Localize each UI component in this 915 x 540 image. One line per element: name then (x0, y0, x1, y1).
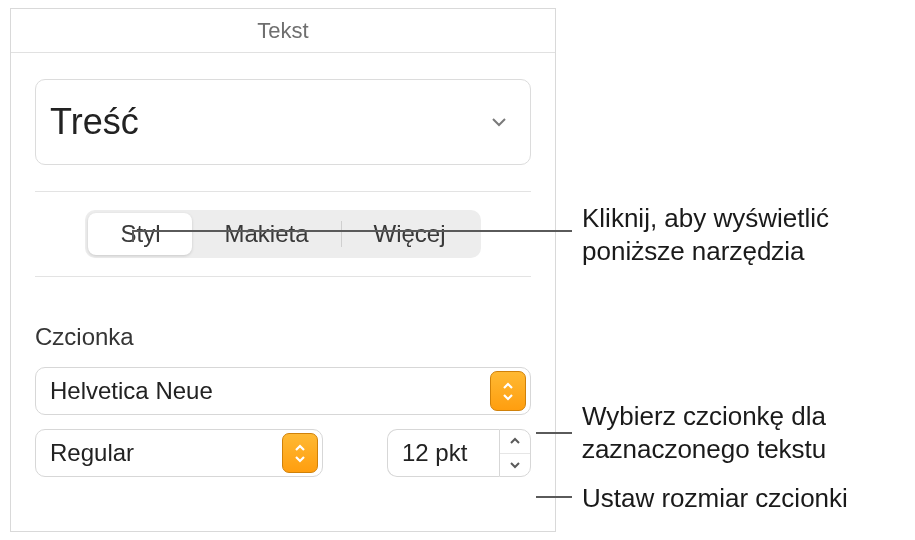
text-tabs-segmented: Styl Makieta Więcej (85, 210, 480, 258)
callout-line (132, 230, 572, 232)
callout-font-size: Ustaw rozmiar czcionki (582, 482, 912, 515)
font-size-stepper-up[interactable] (500, 430, 530, 453)
divider (35, 191, 531, 192)
tab-style[interactable]: Styl (88, 213, 192, 255)
chevron-down-icon (490, 113, 508, 131)
updown-arrows-icon (490, 371, 526, 411)
panel-title: Tekst (11, 9, 555, 53)
updown-arrows-icon (282, 433, 318, 473)
font-size-field[interactable]: 12 pkt (387, 429, 499, 477)
font-size-stepper-down[interactable] (500, 453, 530, 477)
tab-more-label: Więcej (374, 220, 446, 248)
tab-layout-label: Makieta (224, 220, 308, 248)
font-weight-select[interactable]: Regular (35, 429, 323, 477)
tab-style-label: Styl (120, 220, 160, 248)
font-family-value: Helvetica Neue (50, 377, 213, 405)
font-section-title: Czcionka (35, 323, 531, 351)
callout-tabs: Kliknij, aby wyświetlić poniższe narzędz… (582, 202, 902, 267)
callout-line (536, 496, 572, 498)
callout-font-family: Wybierz czcionkę dla zaznaczonego tekstu (582, 400, 902, 465)
paragraph-style-value: Treść (50, 101, 139, 143)
tab-layout[interactable]: Makieta (192, 213, 340, 255)
font-size-value: 12 pkt (402, 439, 467, 467)
font-weight-value: Regular (50, 439, 134, 467)
font-family-select[interactable]: Helvetica Neue (35, 367, 531, 415)
callout-line (536, 432, 572, 434)
divider (35, 276, 531, 277)
paragraph-style-dropdown[interactable]: Treść (35, 79, 531, 165)
callout-line (132, 230, 134, 242)
font-size-stepper (499, 429, 531, 477)
tab-more[interactable]: Więcej (342, 213, 478, 255)
text-inspector-panel: Tekst Treść Styl Makieta Więcej (10, 8, 556, 532)
